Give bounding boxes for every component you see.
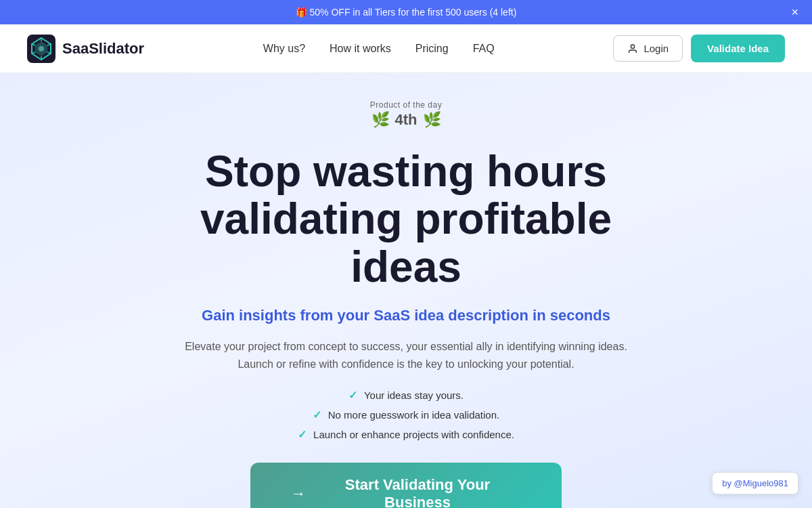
validate-idea-button[interactable]: Validate Idea: [691, 35, 785, 62]
logo-icon: [27, 35, 55, 63]
cta-label: Start Validating Your Business: [314, 476, 521, 508]
nav-actions: Login Validate Idea: [613, 35, 785, 62]
banner-close-button[interactable]: ×: [791, 6, 798, 18]
nav-links: Why us? How it works Pricing FAQ: [263, 43, 495, 55]
miguelo-badge: by @Miguelo981: [712, 472, 798, 494]
product-badge: Product of the day 🌿 4th 🌿: [370, 100, 442, 129]
nav-pricing[interactable]: Pricing: [415, 43, 449, 55]
left-wing-icon: 🌿: [371, 111, 390, 129]
miguelo-handle: by @Miguelo981: [722, 478, 788, 488]
announcement-banner: 🎁 50% OFF in all Tiers for the first 500…: [0, 0, 812, 24]
user-icon: [627, 43, 638, 54]
right-wing-icon: 🌿: [423, 111, 441, 129]
check-icon-3: ✓: [298, 428, 307, 441]
navbar: SaaSlidator Why us? How it works Pricing…: [0, 24, 812, 73]
svg-point-10: [631, 45, 635, 48]
feature-item-1: ✓ Your ideas stay yours.: [348, 389, 464, 402]
feature-list: ✓ Your ideas stay yours. ✓ No more guess…: [298, 389, 514, 441]
nav-faq[interactable]: FAQ: [473, 43, 495, 55]
nav-how-it-works[interactable]: How it works: [330, 43, 391, 55]
feature-item-3: ✓ Launch or enhance projects with confid…: [298, 428, 514, 441]
check-icon-2: ✓: [313, 408, 321, 421]
logo-link[interactable]: SaaSlidator: [27, 35, 144, 63]
hero-section: Product of the day 🌿 4th 🌿 Stop wasting …: [0, 73, 812, 508]
nav-why-us[interactable]: Why us?: [263, 43, 305, 55]
feature-item-2: ✓ No more guesswork in idea validation.: [313, 408, 499, 421]
hero-description: Elevate your project from concept to suc…: [176, 338, 636, 373]
cta-button[interactable]: → Start Validating Your Business: [250, 463, 562, 508]
login-button[interactable]: Login: [613, 35, 683, 62]
badge-wings: 🌿 4th 🌿: [371, 111, 441, 129]
hero-subtitle: Gain insights from your SaaS idea descri…: [202, 307, 610, 324]
logo-text: SaaSlidator: [62, 40, 144, 58]
banner-text: 🎁 50% OFF in all Tiers for the first 500…: [296, 7, 517, 18]
check-icon-1: ✓: [348, 389, 357, 402]
cta-arrow-icon: →: [291, 485, 306, 503]
badge-rank: 4th: [395, 111, 418, 129]
badge-pre-text: Product of the day: [370, 100, 442, 110]
hero-title: Stop wasting hours validating profitable…: [142, 148, 670, 291]
svg-point-3: [39, 46, 44, 51]
